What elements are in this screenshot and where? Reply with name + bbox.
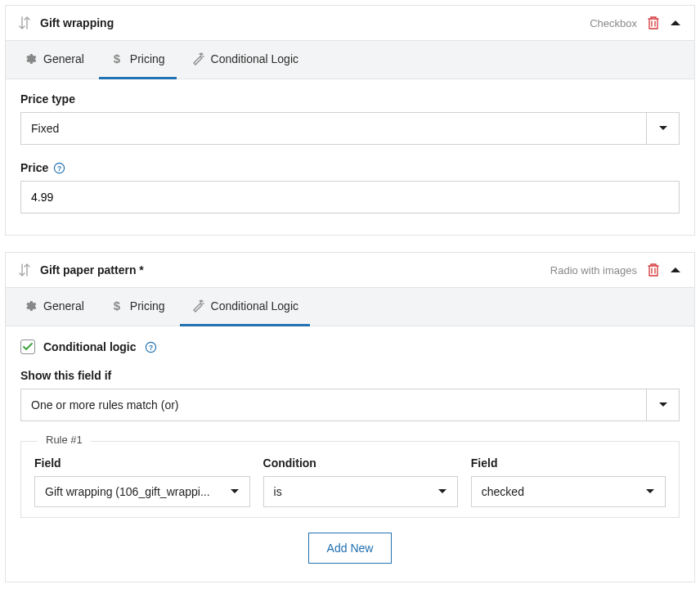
rule-value-select[interactable]: checked bbox=[471, 476, 666, 507]
rule-fieldset: Rule #1 Field Gift wrapping (106_gift_wr… bbox=[20, 441, 680, 518]
conditional-logic-checkbox-row: Conditional logic ? bbox=[20, 339, 680, 354]
svg-text:$: $ bbox=[114, 299, 121, 312]
field-group-price: Price ? bbox=[20, 161, 680, 214]
rule-col-value: Field checked bbox=[471, 456, 666, 507]
select-value: One or more rules match (or) bbox=[21, 389, 646, 420]
rule-value-label: Field bbox=[471, 456, 666, 470]
drag-handle-icon[interactable] bbox=[19, 16, 30, 29]
show-if-label: Show this field if bbox=[20, 369, 680, 382]
wand-icon bbox=[191, 299, 204, 312]
price-label: Price ? bbox=[20, 161, 680, 174]
tab-label: Conditional Logic bbox=[211, 299, 298, 312]
price-type-select[interactable]: Fixed bbox=[20, 112, 680, 145]
tab-pricing[interactable]: $ Pricing bbox=[99, 41, 177, 79]
price-type-label: Price type bbox=[20, 92, 680, 106]
tab-label: Pricing bbox=[130, 52, 165, 65]
panel-title: Gift paper pattern * bbox=[40, 263, 541, 277]
tab-label: Conditional Logic bbox=[211, 52, 298, 65]
tab-conditional-logic[interactable]: Conditional Logic bbox=[180, 41, 310, 79]
rule-field-select[interactable]: Gift wrapping (106_gift_wrappi... bbox=[34, 476, 250, 507]
delete-icon[interactable] bbox=[647, 16, 660, 30]
dollar-icon: $ bbox=[110, 52, 123, 65]
svg-text:$: $ bbox=[114, 52, 121, 65]
rule-condition-select[interactable]: is bbox=[263, 476, 458, 507]
rule-condition-label: Condition bbox=[263, 456, 458, 470]
field-type-label: Radio with images bbox=[550, 264, 637, 277]
panel-gift-paper-pattern: Gift paper pattern * Radio with images G… bbox=[5, 252, 695, 582]
help-icon[interactable]: ? bbox=[145, 341, 157, 353]
tabs: General $ Pricing Conditional Logic bbox=[6, 287, 694, 326]
tab-conditional-logic[interactable]: Conditional Logic bbox=[180, 288, 310, 326]
chevron-down-icon bbox=[428, 477, 457, 506]
panel-header: Gift wrapping Checkbox bbox=[6, 6, 694, 40]
tab-general[interactable]: General bbox=[12, 41, 96, 79]
svg-text:?: ? bbox=[57, 164, 61, 172]
price-input[interactable] bbox=[20, 181, 680, 214]
collapse-icon[interactable] bbox=[670, 19, 681, 27]
rule-row: Field Gift wrapping (106_gift_wrappi... … bbox=[34, 456, 666, 507]
chevron-down-icon bbox=[635, 477, 665, 506]
rule-col-field: Field Gift wrapping (106_gift_wrappi... bbox=[34, 456, 250, 507]
panel-body: Conditional logic ? Show this field if O… bbox=[6, 326, 694, 582]
delete-icon[interactable] bbox=[647, 263, 660, 277]
add-new-wrap: Add New bbox=[20, 533, 680, 564]
tab-general[interactable]: General bbox=[12, 288, 96, 326]
dollar-icon: $ bbox=[110, 299, 123, 312]
select-value: checked bbox=[472, 477, 635, 506]
select-value: is bbox=[264, 477, 428, 506]
tab-label: General bbox=[43, 299, 84, 312]
tabs: General $ Pricing Conditional Logic bbox=[6, 40, 694, 79]
panel-body: Price type Fixed Price ? bbox=[6, 79, 694, 235]
panel-header: Gift paper pattern * Radio with images bbox=[6, 253, 694, 287]
show-if-select[interactable]: One or more rules match (or) bbox=[20, 389, 680, 421]
collapse-icon[interactable] bbox=[670, 266, 681, 274]
rule-col-condition: Condition is bbox=[263, 456, 458, 507]
chevron-down-icon bbox=[220, 477, 249, 506]
field-group-price-type: Price type Fixed bbox=[20, 92, 680, 145]
conditional-logic-checkbox[interactable] bbox=[20, 339, 35, 354]
tab-label: Pricing bbox=[130, 299, 165, 312]
field-type-label: Checkbox bbox=[590, 17, 637, 29]
conditional-logic-label: Conditional logic bbox=[43, 340, 137, 353]
select-value: Gift wrapping (106_gift_wrappi... bbox=[35, 477, 220, 506]
price-label-text: Price bbox=[20, 161, 48, 174]
chevron-down-icon bbox=[646, 389, 679, 420]
tab-label: General bbox=[43, 52, 84, 65]
gear-icon bbox=[24, 52, 37, 65]
chevron-down-icon bbox=[646, 113, 679, 144]
tab-pricing[interactable]: $ Pricing bbox=[99, 288, 177, 326]
select-value: Fixed bbox=[21, 113, 646, 144]
help-icon[interactable]: ? bbox=[53, 162, 65, 174]
rule-field-label: Field bbox=[34, 456, 250, 470]
panel-title: Gift wrapping bbox=[40, 16, 580, 29]
rule-legend: Rule #1 bbox=[38, 434, 91, 446]
wand-icon bbox=[191, 52, 204, 65]
drag-handle-icon[interactable] bbox=[19, 263, 30, 277]
panel-gift-wrapping: Gift wrapping Checkbox General $ Pricing… bbox=[5, 5, 695, 236]
field-group-show-if: Show this field if One or more rules mat… bbox=[20, 369, 680, 421]
add-new-button[interactable]: Add New bbox=[308, 533, 393, 564]
svg-text:?: ? bbox=[148, 343, 152, 351]
gear-icon bbox=[24, 299, 37, 312]
